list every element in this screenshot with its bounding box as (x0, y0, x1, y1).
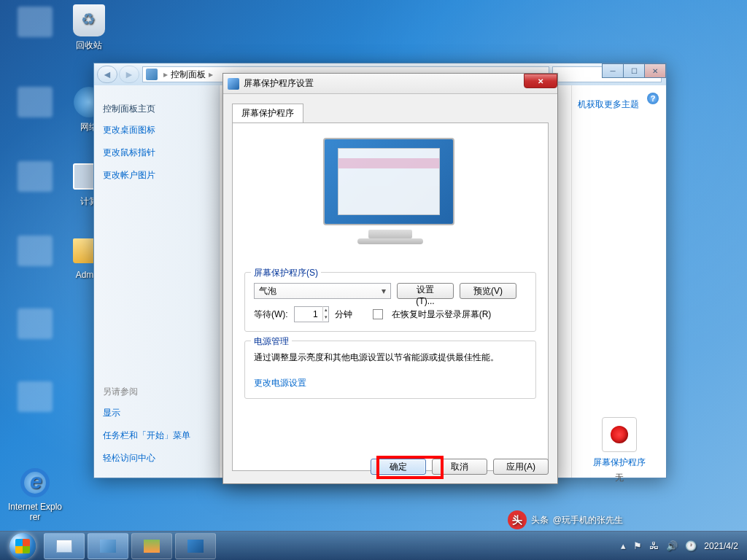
resume-checkbox-label: 在恢复时显示登录屏幕(R) (392, 308, 492, 321)
power-group-label: 电源管理 (251, 335, 292, 348)
sidebar-link-account-picture[interactable]: 更改帐户图片 (103, 169, 210, 182)
personalize-icon (187, 540, 204, 553)
watermark-prefix: 头条 (531, 514, 549, 526)
taskbar-item[interactable] (88, 533, 128, 559)
explorer-icon (56, 540, 72, 553)
watermark-icon: 头 (508, 510, 527, 529)
dialog-icon (228, 78, 239, 90)
minimize-button[interactable]: ─ (602, 63, 624, 78)
cp-sidebar: 控制面板主页 更改桌面图标 更改鼠标指针 更改帐户图片 另请参阅 显示 任务栏和… (94, 85, 220, 478)
resume-checkbox[interactable] (373, 309, 383, 319)
clock[interactable]: 2021/4/2 (704, 541, 738, 551)
desktop-icon-blur[interactable] (7, 4, 63, 41)
screensaver-block[interactable]: 屏幕保护程序 无 (578, 417, 660, 484)
screensaver-value: 无 (615, 472, 624, 483)
power-group: 电源管理 通过调整显示亮度和其他电源设置以节省能源或提供最佳性能。 更改电源设置 (244, 341, 536, 399)
dropdown-value: 气泡 (259, 285, 276, 298)
wait-label: 等待(W): (254, 308, 288, 321)
power-text: 通过调整显示亮度和其他电源设置以节省能源或提供最佳性能。 (254, 351, 527, 364)
watermark: 头 头条 @玩手机的张先生 (508, 510, 623, 529)
power-settings-link[interactable]: 更改电源设置 (254, 378, 306, 388)
control-panel-icon (100, 540, 116, 553)
sidebar-link-desktop-icons[interactable]: 更改桌面图标 (103, 124, 210, 136)
start-button[interactable] (3, 532, 42, 560)
see-also-heading: 另请参阅 (103, 386, 210, 398)
clock-icon[interactable]: 🕐 (685, 540, 697, 551)
tray-chevron-icon[interactable]: ▴ (621, 540, 626, 551)
control-panel-icon (146, 69, 158, 80)
screensaver-dropdown[interactable]: 气泡 (254, 283, 391, 299)
volume-icon[interactable]: 🔊 (666, 540, 678, 551)
close-button[interactable]: ✕ (644, 63, 666, 78)
cp-right-pane: ? 机获取更多主题 屏幕保护程序 无 (571, 85, 666, 478)
desktop-icon-blur[interactable] (7, 306, 63, 343)
desktop-icon-blur[interactable] (7, 85, 63, 121)
windows-orb-icon (9, 533, 36, 559)
tab-strip: 屏幕保护程序 (232, 103, 549, 122)
dialog-footer: 确定 取消 应用(A) (371, 459, 549, 475)
wait-unit: 分钟 (335, 308, 352, 321)
taskbar-item[interactable] (131, 533, 172, 559)
desktop-icon-blur[interactable] (7, 159, 63, 195)
desktop-icon-blur[interactable] (7, 379, 63, 416)
ie-label: Internet Explorer (7, 502, 63, 522)
screensaver-link[interactable]: 屏幕保护程序 (578, 456, 660, 469)
screensaver-group-label: 屏幕保护程序(S) (251, 267, 321, 279)
ok-button[interactable]: 确定 (371, 459, 426, 475)
sidebar-link-taskbar[interactable]: 任务栏和「开始」菜单 (103, 429, 210, 442)
preview-screen (323, 138, 454, 225)
watermark-text: @玩手机的张先生 (553, 514, 623, 526)
wait-spinner[interactable]: 1 (294, 306, 329, 322)
help-icon[interactable]: ? (647, 93, 659, 104)
taskbar: ▴ ⚑ 🖧 🔊 🕐 2021/4/2 (0, 531, 747, 560)
tray-date: 2021/4/2 (704, 541, 738, 551)
breadcrumb: 控制面板 (171, 69, 206, 81)
recycle-bin-label: 回收站 (61, 39, 117, 52)
internet-explorer-icon (20, 468, 50, 497)
preview-monitor (323, 138, 457, 259)
app-icon (144, 540, 160, 553)
sidebar-link-display[interactable]: 显示 (103, 407, 210, 419)
taskbar-item[interactable] (175, 533, 216, 559)
screensaver-group: 屏幕保护程序(S) 气泡 设置(T)... 预览(V) 等待(W): 1 分钟 … (244, 272, 536, 332)
tab-screensaver[interactable]: 屏幕保护程序 (232, 104, 303, 123)
dialog-title: 屏幕保护程序设置 (244, 77, 314, 90)
recycle-bin-icon[interactable]: 回收站 (61, 3, 117, 52)
dialog-close-button[interactable] (524, 74, 557, 88)
sidebar-link-mouse-pointer[interactable]: 更改鼠标指针 (103, 147, 210, 159)
apply-button[interactable]: 应用(A) (493, 459, 549, 475)
ss-titlebar[interactable]: 屏幕保护程序设置 (223, 74, 557, 94)
sidebar-home[interactable]: 控制面板主页 (103, 103, 210, 115)
flag-icon[interactable]: ⚑ (633, 540, 642, 551)
forward-button[interactable]: ► (119, 66, 139, 83)
cancel-button[interactable]: 取消 (432, 459, 487, 475)
ie-icon[interactable]: Internet Explorer (7, 465, 63, 522)
sidebar-link-ease-access[interactable]: 轻松访问中心 (103, 452, 210, 464)
network-tray-icon[interactable]: 🖧 (649, 540, 659, 551)
system-tray: ▴ ⚑ 🖧 🔊 🕐 2021/4/2 (621, 540, 744, 551)
desktop-icon-blur[interactable] (7, 233, 63, 270)
screensaver-dialog: 屏幕保护程序设置 屏幕保护程序 屏幕保护程序(S) 气泡 设置(T)... 预览… (222, 73, 558, 484)
no-screensaver-icon (602, 417, 637, 452)
trash-icon (73, 4, 105, 36)
taskbar-item[interactable] (44, 533, 85, 559)
settings-button[interactable]: 设置(T)... (397, 283, 454, 299)
tab-panel: 屏幕保护程序(S) 气泡 设置(T)... 预览(V) 等待(W): 1 分钟 … (232, 122, 549, 471)
preview-button[interactable]: 预览(V) (460, 283, 516, 299)
maximize-button[interactable]: ☐ (623, 63, 645, 78)
back-button[interactable]: ◄ (97, 66, 117, 83)
